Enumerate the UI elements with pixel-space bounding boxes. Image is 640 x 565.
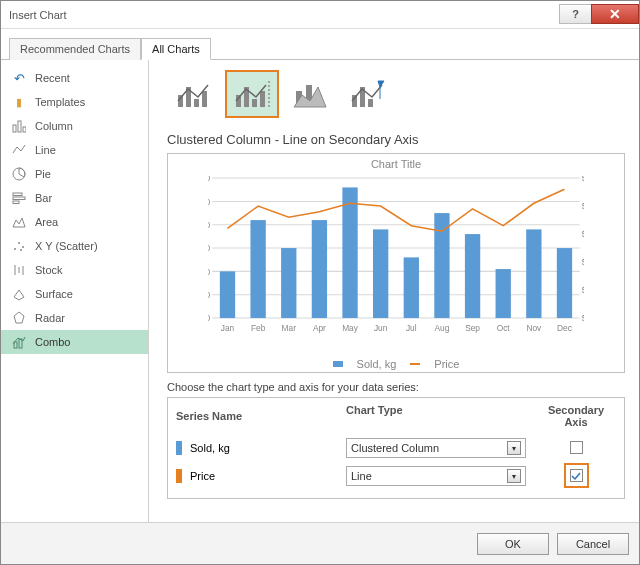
svg-rect-49 xyxy=(434,213,449,318)
check-icon xyxy=(571,471,581,481)
svg-text:Feb: Feb xyxy=(251,323,266,333)
stock-icon xyxy=(11,262,27,278)
secondary-axis-checkbox-2[interactable] xyxy=(570,469,583,482)
svg-rect-34 xyxy=(368,99,373,107)
pie-icon xyxy=(11,166,27,182)
help-button[interactable]: ? xyxy=(559,4,591,24)
svg-rect-50 xyxy=(465,234,480,318)
sidebar-item-label: Pie xyxy=(35,168,51,180)
svg-rect-0 xyxy=(13,125,16,132)
series-swatch-2 xyxy=(176,469,182,483)
svg-marker-7 xyxy=(13,218,25,227)
sidebar-item-surface[interactable]: Surface xyxy=(1,282,148,306)
sidebar-item-label: Combo xyxy=(35,336,70,348)
svg-text:$1.00: $1.00 xyxy=(582,313,584,323)
chart-subtype-name: Clustered Column - Line on Secondary Axi… xyxy=(167,132,625,147)
sidebar-item-bar[interactable]: Bar xyxy=(1,186,148,210)
svg-text:Dec: Dec xyxy=(557,323,572,333)
chart-title: Chart Title xyxy=(168,154,624,170)
svg-text:Aug: Aug xyxy=(435,323,450,333)
choose-series-label: Choose the chart type and axis for your … xyxy=(167,381,625,393)
svg-marker-15 xyxy=(14,290,24,300)
tab-all-charts[interactable]: All Charts xyxy=(141,38,211,60)
tabs: Recommended Charts All Charts xyxy=(1,29,639,60)
svg-text:$5.00: $5.00 xyxy=(582,201,584,211)
sidebar-item-label: Radar xyxy=(35,312,65,324)
svg-point-11 xyxy=(20,249,22,251)
secondary-axis-checkbox-1[interactable] xyxy=(570,441,583,454)
svg-text:Apr: Apr xyxy=(313,323,326,333)
combo-icon xyxy=(11,334,27,350)
svg-rect-26 xyxy=(260,91,265,107)
sidebar-item-column[interactable]: Column xyxy=(1,114,148,138)
subtype-combo-3[interactable] xyxy=(283,70,337,118)
main-panel: Clustered Column - Line on Secondary Axi… xyxy=(149,60,639,522)
svg-text:150: 150 xyxy=(208,243,210,253)
svg-text:Sep: Sep xyxy=(465,323,480,333)
sidebar-item-recent[interactable]: ↶ Recent xyxy=(1,66,148,90)
sidebar-item-combo[interactable]: Combo xyxy=(1,330,148,354)
sidebar-item-label: X Y (Scatter) xyxy=(35,240,98,252)
svg-text:50: 50 xyxy=(208,290,210,300)
legend-swatch-2 xyxy=(410,363,420,365)
series-type-value-1: Clustered Column xyxy=(351,442,439,454)
sidebar-item-radar[interactable]: Radar xyxy=(1,306,148,330)
svg-rect-21 xyxy=(194,99,199,107)
subtype-row xyxy=(167,70,625,118)
close-button[interactable]: ✕ xyxy=(591,4,639,24)
svg-text:Mar: Mar xyxy=(282,323,297,333)
scatter-icon xyxy=(11,238,27,254)
line-icon xyxy=(11,142,27,158)
sidebar-item-label: Surface xyxy=(35,288,73,300)
sidebar-item-label: Bar xyxy=(35,192,52,204)
window-title: Insert Chart xyxy=(9,9,559,21)
bar-icon xyxy=(11,190,27,206)
svg-rect-43 xyxy=(250,220,265,318)
svg-rect-51 xyxy=(496,269,511,318)
svg-text:Jul: Jul xyxy=(406,323,417,333)
area-icon xyxy=(11,214,27,230)
series-type-dropdown-2[interactable]: Line ▾ xyxy=(346,466,526,486)
sidebar-item-scatter[interactable]: X Y (Scatter) xyxy=(1,234,148,258)
sidebar-item-line[interactable]: Line xyxy=(1,138,148,162)
svg-text:May: May xyxy=(342,323,359,333)
header-chart-type: Chart Type xyxy=(346,404,536,428)
svg-rect-2 xyxy=(23,127,26,132)
dialog-footer: OK Cancel xyxy=(1,522,639,564)
series-type-dropdown-1[interactable]: Clustered Column ▾ xyxy=(346,438,526,458)
sidebar-item-label: Area xyxy=(35,216,58,228)
svg-text:$6.00: $6.00 xyxy=(582,176,584,183)
sidebar-item-area[interactable]: Area xyxy=(1,210,148,234)
svg-point-10 xyxy=(22,246,24,248)
svg-text:Jan: Jan xyxy=(221,323,235,333)
subtype-combo-1[interactable] xyxy=(167,70,221,118)
svg-text:200: 200 xyxy=(208,220,210,230)
svg-rect-52 xyxy=(526,229,541,318)
svg-rect-42 xyxy=(220,271,235,318)
svg-text:Jun: Jun xyxy=(374,323,388,333)
sidebar-item-label: Stock xyxy=(35,264,63,276)
series-row-1: Sold, kg Clustered Column ▾ xyxy=(176,434,616,462)
svg-text:Nov: Nov xyxy=(526,323,542,333)
sidebar-item-pie[interactable]: Pie xyxy=(1,162,148,186)
sidebar-item-stock[interactable]: Stock xyxy=(1,258,148,282)
titlebar: Insert Chart ? ✕ xyxy=(1,1,639,29)
tab-recommended[interactable]: Recommended Charts xyxy=(9,38,141,60)
sidebar-item-templates[interactable]: ▮ Templates xyxy=(1,90,148,114)
sidebar-item-label: Templates xyxy=(35,96,85,108)
chevron-down-icon: ▾ xyxy=(507,441,521,455)
svg-marker-16 xyxy=(14,312,24,323)
svg-rect-1 xyxy=(18,121,21,132)
subtype-combo-2[interactable] xyxy=(225,70,279,118)
svg-text:$2.00: $2.00 xyxy=(582,285,584,295)
subtype-combo-4[interactable] xyxy=(341,70,395,118)
ok-button[interactable]: OK xyxy=(477,533,549,555)
series-row-2: Price Line ▾ xyxy=(176,462,616,490)
svg-rect-6 xyxy=(13,201,19,204)
series-config-box: Series Name Chart Type Secondary Axis So… xyxy=(167,397,625,499)
dialog-body: ↶ Recent ▮ Templates Column Line Pie B xyxy=(1,60,639,522)
svg-rect-53 xyxy=(557,248,572,318)
svg-text:$4.00: $4.00 xyxy=(582,229,584,239)
cancel-button[interactable]: Cancel xyxy=(557,533,629,555)
legend-swatch-1 xyxy=(333,361,343,367)
